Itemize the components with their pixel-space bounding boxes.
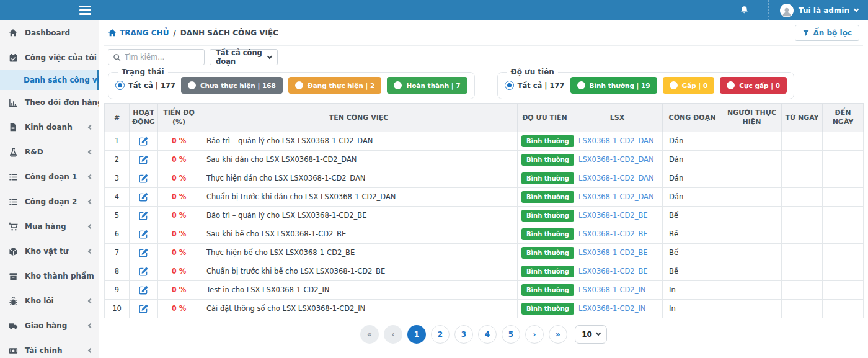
task-name: Thực hiện dán cho LSX LSX0368-1-CD2_DAN — [200, 169, 518, 187]
filters-row-search: Tất cả công đoạn — [108, 49, 859, 65]
edit-task-button[interactable] — [139, 155, 148, 164]
page-size-select[interactable]: 10 — [575, 325, 607, 344]
edit-task-button[interactable] — [139, 192, 148, 202]
sidebar-item-kinh-doanh[interactable]: Kinh doanh — [0, 115, 99, 140]
filter-pill[interactable]: Đang thực hiện | 2 — [288, 77, 382, 94]
filter-pill[interactable]: Gấp | 0 — [663, 77, 715, 94]
sidebar-item-mua-hang[interactable]: Mua hàng — [0, 214, 99, 239]
pagination-next-button[interactable]: › — [525, 325, 544, 344]
sidebar-item-label: Kho lỗi — [25, 297, 82, 305]
pagination-last-button[interactable]: » — [549, 325, 567, 344]
sidebar-item-kho-loi[interactable]: Kho lỗi — [0, 289, 99, 313]
sidebar-item-dashboard[interactable]: Dashboard — [0, 20, 99, 45]
breadcrumb-bar: TRANG CHỦ / DANH SÁCH CÔNG VIỆC Ẩn bộ lọ… — [104, 20, 863, 46]
executor-cell — [722, 169, 782, 187]
pagination-first-button[interactable]: « — [360, 325, 379, 344]
edit-task-button[interactable] — [139, 174, 148, 183]
sidebar-item-label: Công đoạn 2 — [25, 197, 82, 206]
edit-task-button[interactable] — [139, 285, 148, 295]
priority-badge: Bình thường — [521, 284, 574, 296]
from-date-cell — [782, 187, 823, 206]
sidebar-item-label: Giao hàng — [25, 321, 82, 330]
column-header: TỪ NGÀY — [782, 104, 823, 132]
sidebar-item-kho-thanh-pham[interactable]: Kho thành phẩm — [0, 264, 99, 289]
radio-unselected-icon — [670, 81, 678, 89]
from-date-cell — [782, 225, 823, 243]
to-date-cell — [823, 225, 864, 243]
filter-all-radio[interactable]: Tất cả | 177 — [115, 81, 175, 90]
hamburger-menu-button[interactable] — [78, 4, 93, 17]
priority-badge: Bình thường — [521, 154, 574, 166]
sidebar-item-kho-vat-tu[interactable]: Kho vật tư — [0, 239, 99, 264]
filter-pill[interactable]: Cực gấp | 0 — [720, 77, 787, 94]
edit-icon — [139, 285, 148, 295]
filter-pill[interactable]: Chưa thực hiện | 168 — [181, 77, 283, 94]
table-row: 8 0 % Chuẩn bị trước khi bế cho LSX LSX0… — [105, 262, 864, 280]
sidebar-item-tai-chinh[interactable]: Tài chính — [0, 338, 99, 358]
task-name: Bảo trì – quản lý cho LSX LSX0368-1-CD2_… — [200, 206, 518, 225]
sidebar-item-danh-sach-cong-viec[interactable]: Danh sách công việc — [0, 70, 99, 90]
filter-pill[interactable]: Bình thường | 19 — [570, 77, 657, 94]
edit-task-button[interactable] — [139, 304, 148, 313]
stage-cell: Dán — [663, 169, 722, 187]
task-name: Sau khi dán cho LSX LSX0368-1-CD2_DAN — [200, 150, 518, 169]
pagination-page-button[interactable]: 1 — [407, 325, 426, 344]
pagination-prev-button[interactable]: ‹ — [384, 325, 402, 344]
edit-task-button[interactable] — [139, 248, 148, 257]
filter-pill[interactable]: Hoàn thành | 7 — [387, 77, 467, 94]
lsx-link[interactable]: LSX0368-1-CD2_DAN — [578, 192, 654, 201]
to-date-cell — [823, 262, 864, 280]
lsx-link[interactable]: LSX0368-1-CD2_BE — [578, 211, 648, 220]
row-index: 8 — [105, 262, 130, 280]
status-filter-group: Trạng thái Tất cả | 177 Chưa thực hiện |… — [108, 68, 475, 99]
bell-icon — [740, 6, 749, 15]
lsx-link[interactable]: LSX0368-1-CD2_IN — [578, 285, 645, 294]
sidebar-item-label: Tài chính — [25, 346, 82, 355]
filter-all-radio[interactable]: Tất cả | 177 — [505, 81, 565, 90]
lsx-link[interactable]: LSX0368-1-CD2_IN — [578, 304, 645, 313]
lsx-link[interactable]: LSX0368-1-CD2_DAN — [578, 174, 654, 182]
hide-filters-button[interactable]: Ẩn bộ lọc — [795, 25, 860, 41]
edit-icon — [139, 136, 148, 146]
breadcrumb: TRANG CHỦ / DANH SÁCH CÔNG VIỆC — [108, 29, 278, 37]
column-header: TÊN CÔNG VIỆC — [200, 104, 518, 132]
breadcrumb-current: DANH SÁCH CÔNG VIỆC — [180, 29, 278, 37]
edit-task-button[interactable] — [139, 267, 148, 276]
sidebar-item-cong-doan-2[interactable]: Công đoạn 2 — [0, 189, 99, 214]
edit-task-button[interactable] — [139, 230, 148, 239]
pagination-page-button[interactable]: 3 — [454, 325, 473, 344]
edit-task-button[interactable] — [139, 211, 148, 220]
pagination-page-button[interactable]: 5 — [502, 325, 520, 344]
stage-cell: In — [663, 280, 722, 299]
pagination-page-button[interactable]: 2 — [431, 325, 450, 344]
sidebar-item-giao-hang[interactable]: Giao hàng — [0, 313, 99, 338]
from-date-cell — [782, 132, 823, 150]
lsx-link[interactable]: LSX0368-1-CD2_BE — [578, 248, 648, 257]
table-row: 10 0 % Cài đặt thông số cho LSX LSX0368-… — [105, 299, 864, 318]
lsx-link[interactable]: LSX0368-1-CD2_DAN — [578, 155, 654, 164]
sidebar-item-cong-viec-cua-toi[interactable]: Công việc của tôi — [0, 45, 99, 70]
notifications-button[interactable] — [720, 0, 768, 20]
lsx-link[interactable]: LSX0368-1-CD2_DAN — [578, 136, 654, 145]
pagination-page-button[interactable]: 4 — [478, 325, 497, 344]
sidebar-nav: DashboardCông việc của tôiDanh sách công… — [0, 20, 99, 358]
sidebar-item-theo-doi-don-hang[interactable]: Theo dõi đơn hàng — [0, 90, 99, 115]
table-row: 1 0 % Bảo trì – quản lý cho LSX LSX0368-… — [105, 132, 864, 150]
stage-filter-select[interactable]: Tất cả công đoạn — [210, 49, 278, 65]
lsx-link[interactable]: LSX0368-1-CD2_BE — [578, 230, 648, 238]
stage-cell: Bế — [663, 225, 722, 243]
sidebar-item-cong-doan-1[interactable]: Công đoạn 1 — [0, 164, 99, 189]
row-index: 5 — [105, 206, 130, 225]
breadcrumb-home-link[interactable]: TRANG CHỦ — [108, 29, 169, 37]
edit-task-button[interactable] — [139, 136, 148, 146]
stage-cell: Bế — [663, 243, 722, 262]
sidebar-item-rd[interactable]: R&D — [0, 140, 99, 164]
to-date-cell — [823, 206, 864, 225]
edit-icon — [139, 155, 148, 164]
stage-cell: In — [663, 299, 722, 318]
search-input[interactable] — [125, 53, 200, 61]
to-date-cell — [823, 299, 864, 318]
sidebar-item-label: Công đoạn 1 — [25, 172, 82, 181]
user-menu[interactable]: Tui là admin — [768, 0, 868, 20]
lsx-link[interactable]: LSX0368-1-CD2_BE — [578, 267, 648, 275]
